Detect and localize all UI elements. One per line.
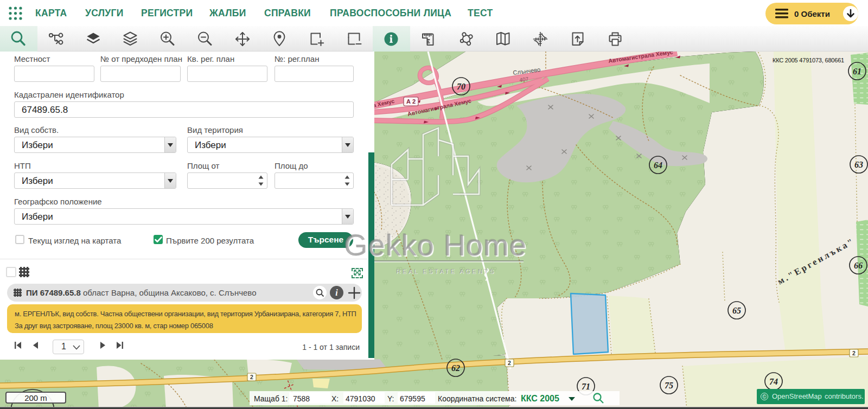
svg-text:61: 61 <box>853 67 861 76</box>
svg-text:65: 65 <box>732 306 741 315</box>
svg-text:70: 70 <box>457 82 465 91</box>
svg-text:63: 63 <box>854 160 863 169</box>
svg-text:64: 64 <box>654 161 662 170</box>
svg-text:62: 62 <box>451 363 460 373</box>
svg-text:407: 407 <box>519 76 529 83</box>
svg-text:2: 2 <box>250 374 253 380</box>
svg-text:74: 74 <box>769 377 778 386</box>
svg-text:71: 71 <box>582 382 590 391</box>
svg-text:ККС 2005 4791073, 680661: ККС 2005 4791073, 680661 <box>773 57 844 63</box>
svg-text:2: 2 <box>508 360 511 366</box>
svg-text:66: 66 <box>854 261 863 270</box>
svg-text:2: 2 <box>852 350 856 356</box>
svg-text:75: 75 <box>665 381 673 390</box>
svg-text:А 2: А 2 <box>406 98 416 105</box>
